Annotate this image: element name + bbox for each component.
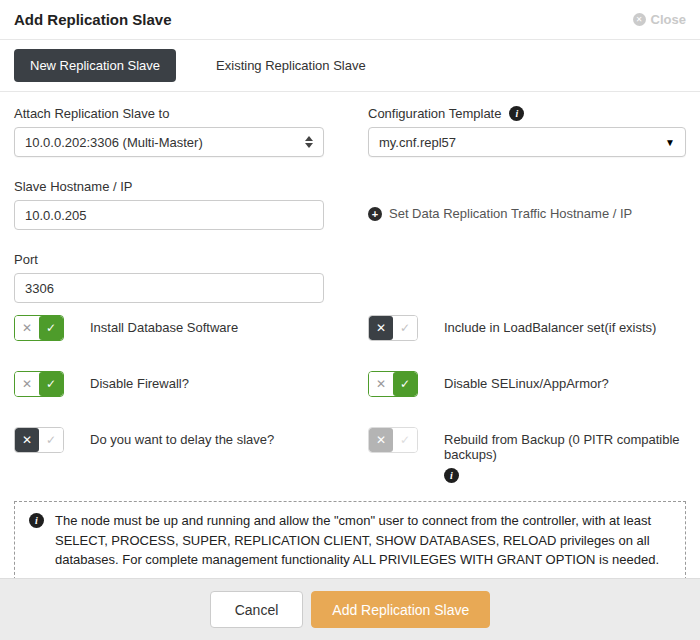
toggle-check-icon: ✓ <box>393 372 417 396</box>
set-traffic-hostname-link[interactable]: + Set Data Replication Traffic Hostname … <box>368 179 686 221</box>
port-input[interactable] <box>14 273 324 303</box>
delay-slave-row: ✕ ✓ Do you want to delay the slave? <box>14 427 324 453</box>
toggle-check-icon: ✓ <box>393 316 417 340</box>
dialog-footer: Cancel Add Replication Slave <box>0 578 700 640</box>
delay-slave-label: Do you want to delay the slave? <box>90 427 274 447</box>
rebuild-from-backup-row: ✕ ✓ Rebuild from Backup (0 PITR compatib… <box>368 427 686 483</box>
disable-selinux-toggle[interactable]: ✕ ✓ <box>368 371 418 397</box>
disable-selinux-label: Disable SELinux/AppArmor? <box>444 371 609 391</box>
toggle-x-icon: ✕ <box>15 372 39 396</box>
toggle-x-icon: ✕ <box>15 316 39 340</box>
attach-label: Attach Replication Slave to <box>14 106 324 121</box>
toggle-check-icon: ✓ <box>39 428 63 452</box>
install-db-software-toggle[interactable]: ✕ ✓ <box>14 315 64 341</box>
install-db-software-row: ✕ ✓ Install Database Software <box>14 315 324 341</box>
disable-firewall-label: Disable Firewall? <box>90 371 189 391</box>
toggle-x-icon: ✕ <box>15 428 39 452</box>
config-template-selected-value: my.cnf.repl57 <box>379 135 456 150</box>
dialog-body: Attach Replication Slave to 10.0.0.202:3… <box>0 92 700 578</box>
toggle-check-icon: ✓ <box>39 372 63 396</box>
config-template-label: Configuration Template <box>368 106 501 121</box>
page-title: Add Replication Slave <box>14 11 172 28</box>
close-icon: ✕ <box>633 13 646 26</box>
slave-hostname-field-group: Slave Hostname / IP <box>14 179 324 230</box>
disable-selinux-row: ✕ ✓ Disable SELinux/AppArmor? <box>368 371 686 397</box>
tab-new-replication-slave[interactable]: New Replication Slave <box>14 49 176 82</box>
add-replication-slave-button[interactable]: Add Replication Slave <box>311 591 490 628</box>
attach-field-group: Attach Replication Slave to 10.0.0.202:3… <box>14 106 324 157</box>
info-box-text: The node must be up and running and allo… <box>55 511 671 570</box>
install-db-software-label: Install Database Software <box>90 315 238 335</box>
select-stepper-icon <box>305 136 313 148</box>
tab-existing-replication-slave[interactable]: Existing Replication Slave <box>200 49 382 82</box>
toggle-check-icon: ✓ <box>393 428 417 452</box>
close-label: Close <box>651 12 686 27</box>
include-loadbalancer-row: ✕ ✓ Include in LoadBalancer set(if exist… <box>368 315 686 341</box>
rebuild-from-backup-toggle: ✕ ✓ <box>368 427 418 453</box>
toggle-x-icon: ✕ <box>369 316 393 340</box>
info-icon: i <box>29 513 44 528</box>
plus-icon: + <box>368 207 382 221</box>
config-template-select[interactable]: my.cnf.repl57 ▼ <box>368 127 686 157</box>
chevron-down-icon: ▼ <box>665 137 675 148</box>
dialog-header: Add Replication Slave ✕ Close <box>0 0 700 40</box>
delay-slave-toggle[interactable]: ✕ ✓ <box>14 427 64 453</box>
config-template-field-group: Configuration Template i my.cnf.repl57 ▼ <box>368 106 686 157</box>
attach-master-select[interactable]: 10.0.0.202:3306 (Multi-Master) <box>14 127 324 157</box>
config-template-info-icon[interactable]: i <box>509 106 524 121</box>
add-replication-slave-dialog: Add Replication Slave ✕ Close New Replic… <box>0 0 700 640</box>
tab-bar: New Replication Slave Existing Replicati… <box>0 40 700 92</box>
include-loadbalancer-toggle[interactable]: ✕ ✓ <box>368 315 418 341</box>
rebuild-backup-info-icon[interactable]: i <box>444 468 459 483</box>
close-button[interactable]: ✕ Close <box>633 12 686 27</box>
cancel-button[interactable]: Cancel <box>210 591 304 628</box>
port-label: Port <box>14 252 324 267</box>
disable-firewall-row: ✕ ✓ Disable Firewall? <box>14 371 324 397</box>
set-traffic-hostname-label: Set Data Replication Traffic Hostname / … <box>389 206 632 221</box>
rebuild-from-backup-label: Rebuild from Backup (0 PITR compatible b… <box>444 432 686 462</box>
include-loadbalancer-label: Include in LoadBalancer set(if exists) <box>444 315 656 335</box>
toggle-check-icon: ✓ <box>39 316 63 340</box>
slave-hostname-label: Slave Hostname / IP <box>14 179 324 194</box>
slave-hostname-input[interactable] <box>14 200 324 230</box>
info-box: i The node must be up and running and al… <box>14 501 686 578</box>
disable-firewall-toggle[interactable]: ✕ ✓ <box>14 371 64 397</box>
toggle-x-icon: ✕ <box>369 428 393 452</box>
attach-selected-value: 10.0.0.202:3306 (Multi-Master) <box>25 135 203 150</box>
port-field-group: Port <box>14 252 324 303</box>
toggle-x-icon: ✕ <box>369 372 393 396</box>
